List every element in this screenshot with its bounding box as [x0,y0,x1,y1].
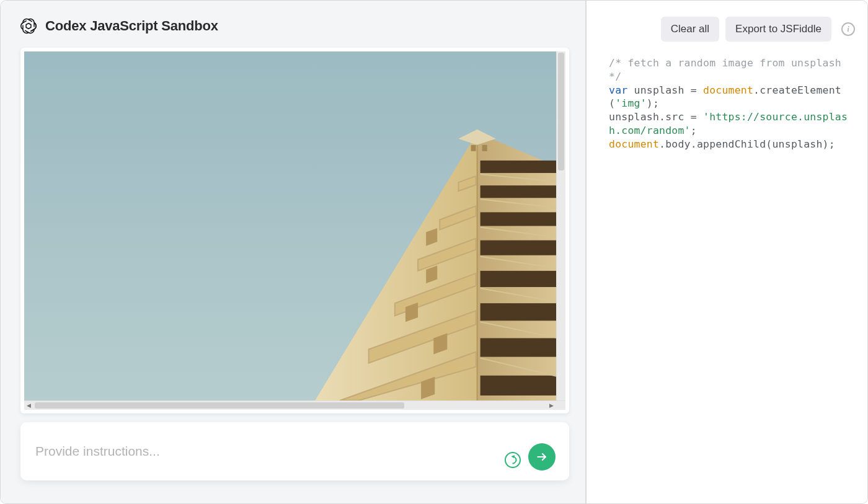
scroll-left-arrow-icon[interactable]: ◀ [24,401,33,410]
prompt-card [20,422,569,480]
scroll-track[interactable] [33,401,547,410]
code-line: /* fetch a random image from unsplash */ [609,56,855,84]
scroll-corner [556,401,565,410]
right-header: Clear all Export to JSFiddle i [587,1,867,50]
code-line: document.body.appendChild(unsplash); [609,138,855,151]
info-icon[interactable]: i [841,22,855,36]
code-line: var unsplash = document.createElement('i… [609,84,855,111]
instruction-input[interactable] [34,443,497,459]
preview-vertical-scrollbar[interactable] [556,51,565,400]
preview-viewport [24,51,565,400]
preview-card: ◀ ▶ [20,48,569,413]
export-jsfiddle-button[interactable]: Export to JSFiddle [725,17,831,42]
svg-rect-34 [24,51,556,400]
svg-marker-0 [26,24,31,29]
left-panel: Codex JavaScript Sandbox [1,1,585,503]
left-header: Codex JavaScript Sandbox [1,1,585,48]
scroll-thumb[interactable] [558,53,564,170]
code-line: unsplash.src = 'https://source.unsplash.… [609,110,855,138]
preview-image [24,51,556,400]
grammarly-icon[interactable] [505,452,521,468]
app-frame: Codex JavaScript Sandbox [0,0,868,504]
openai-logo-icon [19,17,38,35]
code-output[interactable]: /* fetch a random image from unsplash */… [587,50,867,503]
clear-all-button[interactable]: Clear all [661,17,719,42]
right-panel: Clear all Export to JSFiddle i /* fetch … [585,1,867,503]
scroll-right-arrow-icon[interactable]: ▶ [547,401,556,410]
send-button[interactable] [528,443,556,471]
app-title: Codex JavaScript Sandbox [45,18,218,34]
preview-horizontal-scrollbar[interactable]: ◀ ▶ [24,400,565,410]
scroll-thumb[interactable] [35,402,404,409]
